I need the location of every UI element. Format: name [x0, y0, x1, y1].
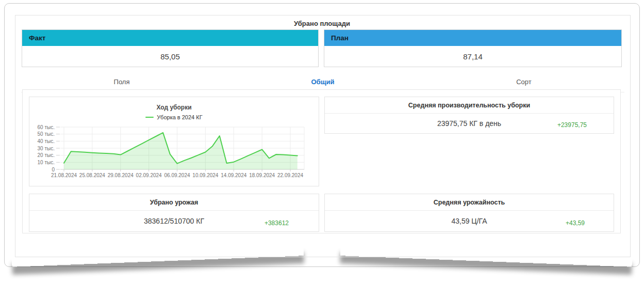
svg-text:14.09.2024: 14.09.2024 [221, 172, 246, 178]
avg-productivity-delta: +23975,75 [557, 121, 587, 129]
page-title: Убрано площади [5, 20, 639, 27]
svg-text:06.09.2024: 06.09.2024 [164, 172, 190, 178]
plan-card-header: План [324, 30, 621, 46]
svg-text:25.08.2024: 25.08.2024 [79, 172, 105, 178]
harvested-crop-card: Убрано урожая 383612/510700 КГ +383612 [29, 194, 319, 232]
harvest-progress-chart-card: Ход уборки Уборка в 2024 КГ 010 тыс.20 т… [29, 97, 319, 186]
dashboard-page: Убрано площади Факт 85,05 План 87,14 Пол… [4, 3, 640, 267]
svg-text:10 тыс.: 10 тыс. [38, 160, 55, 165]
fact-label: Факт [29, 34, 45, 42]
avg-yield-value: 43,59 Ц/ГА [451, 217, 487, 225]
avg-yield-title: Средняя урожайность [325, 194, 614, 211]
svg-text:29.08.2024: 29.08.2024 [108, 172, 134, 178]
svg-text:60 тыс.: 60 тыс. [38, 124, 55, 130]
avg-productivity-title: Средняя производительность уборки [325, 97, 614, 114]
avg-productivity-card: Средняя производительность уборки 23975,… [324, 97, 614, 134]
fact-value: 85,05 [22, 46, 318, 67]
harvest-chart: 010 тыс.20 тыс.30 тыс.40 тыс.50 тыс.60 т… [29, 97, 319, 186]
svg-text:10.09.2024: 10.09.2024 [192, 172, 218, 178]
svg-text:30 тыс.: 30 тыс. [38, 146, 55, 151]
harvested-crop-value: 383612/510700 КГ [144, 217, 204, 225]
fact-card-header: Факт [22, 30, 318, 46]
svg-text:40 тыс.: 40 тыс. [38, 138, 55, 144]
fact-card: Факт 85,05 [22, 29, 319, 67]
harvested-crop-title: Убрано урожая [29, 194, 319, 211]
avg-productivity-value: 23975,75 КГ в день [437, 119, 501, 128]
avg-yield-card: Средняя урожайность 43,59 Ц/ГА +43,59 [324, 194, 614, 232]
svg-text:21.08.2024: 21.08.2024 [51, 172, 77, 178]
svg-text:02.09.2024: 02.09.2024 [136, 172, 162, 178]
harvested-crop-delta: +383612 [265, 219, 289, 227]
svg-text:22.09.2024: 22.09.2024 [277, 172, 303, 178]
svg-text:0: 0 [52, 167, 55, 172]
svg-text:20 тыс.: 20 тыс. [38, 152, 55, 158]
plan-card: План 87,14 [324, 29, 622, 67]
avg-yield-delta: +43,59 [566, 219, 585, 227]
plan-label: План [331, 34, 349, 42]
plan-value: 87,14 [324, 46, 621, 67]
svg-text:50 тыс.: 50 тыс. [38, 131, 55, 137]
svg-text:18.09.2024: 18.09.2024 [249, 172, 275, 178]
